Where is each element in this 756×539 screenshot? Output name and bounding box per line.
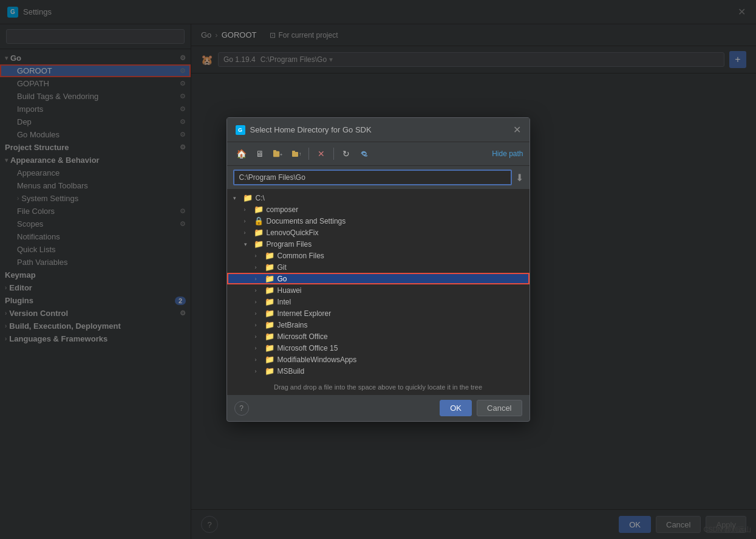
hide-path-button[interactable]: Hide path <box>492 149 523 158</box>
c-drive-arrow: ▾ <box>233 195 240 201</box>
dtree-item-c-drive[interactable]: ▾ 📁 C:\ <box>227 192 530 204</box>
ms-office-15-label: Microsoft Office 15 <box>278 344 338 352</box>
dialog-cancel-button[interactable]: Cancel <box>477 400 522 416</box>
ms-office-folder-icon: 📁 <box>265 332 274 341</box>
toolbar-delete-button[interactable]: ✕ <box>313 146 330 162</box>
git-label: Git <box>278 263 287 272</box>
jetbrains-folder-icon: 📁 <box>265 320 274 329</box>
dtree-item-composer[interactable]: › 📁 composer <box>227 204 530 215</box>
dtree-item-huawei[interactable]: › 📁 Huawei <box>227 284 530 296</box>
documents-settings-folder-icon: 🔒 <box>254 216 264 225</box>
documents-settings-arrow: › <box>244 218 251 224</box>
dtree-item-lenovo[interactable]: › 📁 LenovoQuickFix <box>227 227 530 238</box>
dtree-item-documents-settings[interactable]: › 🔒 Documents and Settings <box>227 215 530 227</box>
path-download-button[interactable]: ⬇ <box>516 172 523 184</box>
dtree-item-go[interactable]: › 📁 Go <box>227 273 530 284</box>
c-drive-label: C:\ <box>256 194 265 202</box>
composer-label: composer <box>267 205 299 214</box>
svg-rect-6 <box>363 153 366 155</box>
dialog-title: Select Home Directory for Go SDK <box>250 125 513 134</box>
path-input-row: ⬇ <box>227 166 530 190</box>
lenovo-label: LenovoQuickFix <box>267 228 319 237</box>
composer-arrow: › <box>244 207 251 213</box>
ms-office-15-folder-icon: 📁 <box>265 343 274 352</box>
dialog-overlay: G Select Home Directory for Go SDK ✕ 🏠 🖥… <box>0 0 756 539</box>
msbuild-folder-icon: 📁 <box>265 366 274 376</box>
dtree-item-msbuild[interactable]: › 📁 MSBuild <box>227 365 530 377</box>
common-files-arrow: › <box>255 253 262 259</box>
common-files-folder-icon: 📁 <box>265 251 274 260</box>
huawei-label: Huawei <box>278 286 302 295</box>
ms-office-label: Microsoft Office <box>278 332 328 341</box>
modifiable-apps-arrow: › <box>255 357 262 363</box>
composer-folder-icon: 📁 <box>254 205 264 214</box>
msbuild-arrow: › <box>255 368 262 374</box>
drag-hint: Drag and drop a file into the space abov… <box>227 379 530 394</box>
git-folder-icon: 📁 <box>265 263 274 272</box>
go-folder-arrow: › <box>255 276 262 282</box>
jetbrains-label: JetBrains <box>278 321 308 329</box>
go-folder-label: Go <box>278 275 287 283</box>
program-files-folder-icon: 📁 <box>254 239 264 249</box>
settings-window: G Settings ✕ 🔍 ▾ Go ⚙ <box>0 0 756 539</box>
toolbar-desktop-button[interactable]: 🖥 <box>251 146 268 162</box>
huawei-folder-icon: 📁 <box>265 286 274 295</box>
dialog-help-button[interactable]: ? <box>234 401 249 416</box>
dialog-close-button[interactable]: ✕ <box>513 124 521 136</box>
dialog-bottom: ? OK Cancel <box>227 394 530 421</box>
c-drive-folder-icon: 📁 <box>243 193 253 202</box>
msbuild-label: MSBuild <box>278 367 305 376</box>
dtree-item-jetbrains[interactable]: › 📁 JetBrains <box>227 319 530 331</box>
common-files-label: Common Files <box>278 252 324 260</box>
ms-office-arrow: › <box>255 334 262 340</box>
lenovo-folder-icon: 📁 <box>254 228 264 237</box>
path-input[interactable] <box>233 170 512 185</box>
toolbar-new-folder-button[interactable]: + <box>270 146 287 162</box>
intel-arrow: › <box>255 299 262 305</box>
toolbar-separator-2 <box>333 148 334 160</box>
documents-settings-label: Documents and Settings <box>267 217 346 225</box>
jetbrains-arrow: › <box>255 322 262 328</box>
svg-text:↑: ↑ <box>299 151 301 157</box>
dtree-item-git[interactable]: › 📁 Git <box>227 261 530 273</box>
go-folder-icon: 📁 <box>265 274 274 283</box>
modifiable-apps-folder-icon: 📁 <box>265 355 274 364</box>
dtree-item-ms-office-15[interactable]: › 📁 Microsoft Office 15 <box>227 342 530 354</box>
intel-label: Intel <box>278 298 291 306</box>
svg-text:+: + <box>280 153 282 157</box>
svg-rect-0 <box>273 151 279 157</box>
dialog-tree: ▾ 📁 C:\ › 📁 composer › 🔒 Documents and S… <box>227 190 530 379</box>
lenovo-arrow: › <box>244 230 251 236</box>
ie-label: Internet Explorer <box>278 309 332 318</box>
dtree-item-program-files[interactable]: ▾ 📁 Program Files <box>227 238 530 250</box>
modifiable-apps-label: ModifiableWindowsApps <box>278 355 357 364</box>
huawei-arrow: › <box>255 287 262 294</box>
toolbar-refresh-button[interactable]: ↻ <box>338 146 355 162</box>
program-files-label: Program Files <box>267 240 312 249</box>
intel-folder-icon: 📁 <box>265 297 274 306</box>
toolbar-link-button[interactable] <box>356 146 373 162</box>
svg-rect-1 <box>273 150 276 152</box>
ms-office-15-arrow: › <box>255 345 262 351</box>
dtree-item-modifiable-apps[interactable]: › 📁 ModifiableWindowsApps <box>227 354 530 365</box>
dtree-item-common-files[interactable]: › 📁 Common Files <box>227 250 530 261</box>
ie-folder-icon: 📁 <box>265 309 274 318</box>
ie-arrow: › <box>255 311 262 317</box>
toolbar-separator-1 <box>308 148 309 160</box>
dtree-item-intel[interactable]: › 📁 Intel <box>227 296 530 307</box>
dialog-ok-button[interactable]: OK <box>440 400 472 416</box>
svg-rect-4 <box>292 151 295 153</box>
program-files-arrow: ▾ <box>244 241 251 247</box>
dialog-icon: G <box>236 125 245 135</box>
svg-rect-3 <box>292 152 298 157</box>
dtree-item-ms-office[interactable]: › 📁 Microsoft Office <box>227 331 530 342</box>
dialog-toolbar: 🏠 🖥 + ↑ ✕ <box>227 142 530 166</box>
toolbar-home-button[interactable]: 🏠 <box>233 146 250 162</box>
dtree-item-internet-explorer[interactable]: › 📁 Internet Explorer <box>227 307 530 319</box>
file-chooser-dialog: G Select Home Directory for Go SDK ✕ 🏠 🖥… <box>226 117 530 422</box>
toolbar-folder-up-button[interactable]: ↑ <box>288 146 305 162</box>
dialog-title-bar: G Select Home Directory for Go SDK ✕ <box>227 118 530 142</box>
git-arrow: › <box>255 264 262 270</box>
